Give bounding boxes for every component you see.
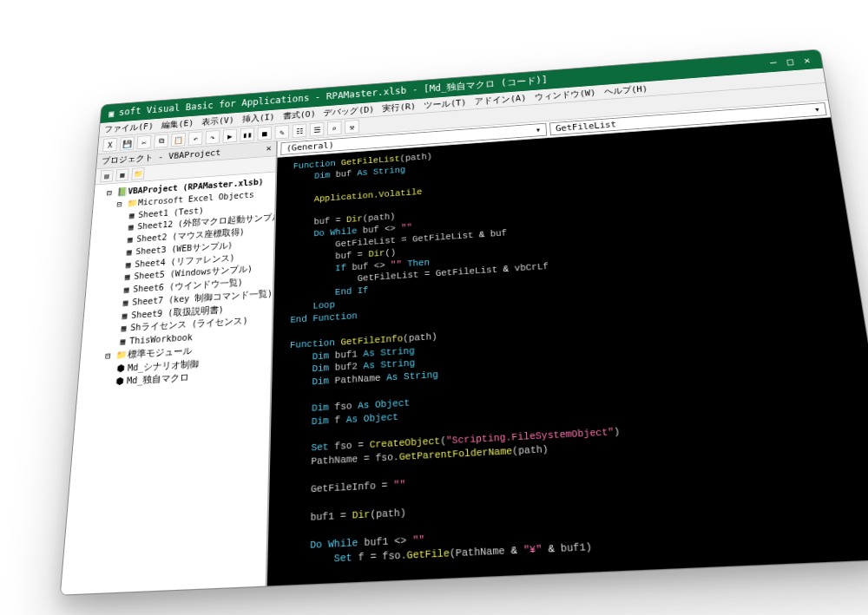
toolbar-objectbrowser-icon[interactable]: ⌕	[327, 121, 342, 135]
view-code-icon[interactable]: ▤	[100, 170, 113, 183]
vba-editor-window: ▣ soft Visual Basic for Applications - R…	[60, 49, 868, 595]
toolbar-save-icon[interactable]: 💾	[120, 136, 135, 150]
minimize-icon[interactable]: ─	[766, 57, 779, 69]
menu-insert[interactable]: 挿入(I)	[242, 111, 275, 124]
chevron-down-icon: ▾	[813, 104, 820, 114]
menu-format[interactable]: 書式(O)	[283, 108, 316, 122]
toolbar-properties-icon[interactable]: ☰	[310, 122, 325, 137]
toolbar-break-icon[interactable]: ▮▮	[240, 128, 254, 142]
toolbar-reset-icon[interactable]: ■	[257, 126, 272, 141]
menu-debug[interactable]: デバッグ(D)	[324, 104, 375, 119]
menu-help[interactable]: ヘルプ(H)	[603, 83, 648, 98]
maximize-icon[interactable]: □	[784, 56, 797, 67]
menu-addin[interactable]: アドイン(A)	[474, 92, 526, 107]
toolbar-cut-icon[interactable]: ✂	[136, 135, 151, 149]
toolbar-project-icon[interactable]: ☷	[293, 123, 307, 138]
toolbar-paste-icon[interactable]: 📋	[171, 133, 186, 147]
view-object-icon[interactable]: ▦	[115, 168, 128, 181]
toolbar-redo-icon[interactable]: ↷	[206, 130, 220, 145]
menu-run[interactable]: 実行(R)	[382, 101, 416, 114]
menu-tools[interactable]: ツール(T)	[424, 97, 466, 111]
code-pane: (General) ▾ GetFileList ▾ Function GetFi…	[267, 101, 868, 586]
panel-close-icon[interactable]: ✕	[266, 143, 271, 154]
project-tree[interactable]: ⊟ 📗VBAProject (RPAMaster.xlsb) ⊟ 📁Micros…	[61, 172, 276, 594]
toolbar-copy-icon[interactable]: ⧉	[154, 134, 168, 147]
tree-folder-modules[interactable]: 標準モジュール	[128, 345, 193, 359]
toolbar-design-icon[interactable]: ✎	[274, 125, 289, 140]
menu-view[interactable]: 表示(V)	[201, 114, 234, 128]
toolbar-run-icon[interactable]: ▶	[222, 128, 237, 143]
toolbar-excel-icon[interactable]: X	[102, 138, 117, 152]
toolbar-undo-icon[interactable]: ↶	[188, 131, 203, 145]
app-icon: ▣	[108, 108, 115, 119]
close-icon[interactable]: ✕	[800, 55, 813, 66]
chevron-down-icon: ▾	[535, 125, 541, 135]
menu-edit[interactable]: 編集(E)	[161, 117, 194, 130]
menu-file[interactable]: ファイル(F)	[104, 121, 155, 135]
code-editor[interactable]: Function GetFileList(path) Dim buf As St…	[267, 117, 868, 586]
toolbar-toolbox-icon[interactable]: ⚒	[345, 120, 359, 134]
project-explorer: プロジェクト - VBAProject ✕ ▤ ▦ 📁 ⊟ 📗VBAProjec…	[61, 141, 278, 595]
toggle-folders-icon[interactable]: 📁	[131, 167, 144, 180]
